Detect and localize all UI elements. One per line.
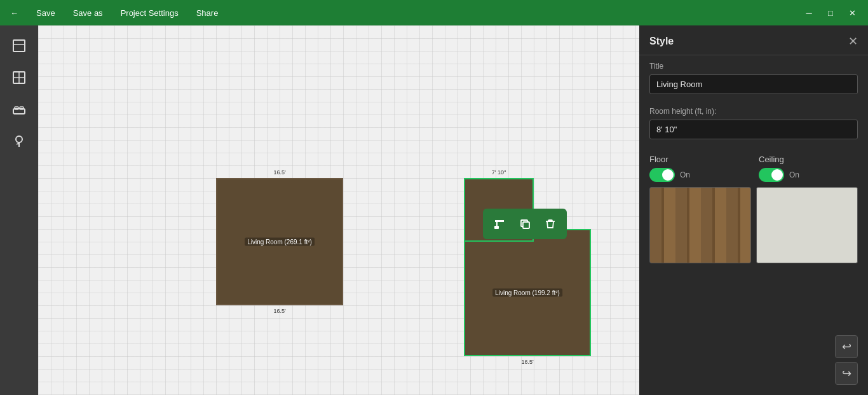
floor-item: Floor On bbox=[649, 155, 749, 182]
ceiling-toggle-text: On bbox=[789, 170, 799, 179]
floor-toggle-text: On bbox=[680, 170, 690, 179]
title-section: Title bbox=[639, 55, 868, 100]
svg-rect-0 bbox=[13, 40, 25, 52]
panel-header: Style ✕ bbox=[639, 25, 868, 55]
room-height-input[interactable] bbox=[649, 120, 858, 139]
ceiling-item: Ceiling On bbox=[759, 155, 858, 182]
room1-measure-top: 16.5' bbox=[273, 169, 285, 176]
main-area: Living Room (269.1 ft²) 16.5' 16.5' Livi… bbox=[0, 25, 868, 395]
copy-button[interactable] bbox=[513, 212, 536, 235]
floating-toolbar bbox=[483, 209, 567, 239]
plant-tool-button[interactable] bbox=[5, 127, 33, 155]
left-toolbar bbox=[0, 25, 38, 395]
window-close-button[interactable]: ✕ bbox=[843, 3, 862, 22]
room-1[interactable]: Living Room (269.1 ft²) 16.5' 16.5' bbox=[216, 178, 343, 305]
redo-button[interactable]: ↪ bbox=[835, 362, 858, 385]
room2-measure-top: 7' 10" bbox=[492, 169, 506, 176]
title-bar: ← Save Save as Project Settings Share ─ … bbox=[0, 0, 868, 25]
back-button[interactable]: ← bbox=[6, 6, 22, 20]
window-tool-button[interactable] bbox=[5, 64, 33, 92]
window-controls: ─ □ ✕ bbox=[799, 3, 862, 22]
svg-point-8 bbox=[16, 136, 22, 142]
panel-close-button[interactable]: ✕ bbox=[848, 34, 858, 48]
delete-button[interactable] bbox=[539, 212, 562, 235]
ceiling-label: Ceiling bbox=[759, 155, 858, 164]
room-tool-button[interactable] bbox=[5, 32, 33, 60]
svg-rect-14 bbox=[523, 222, 529, 228]
room-height-label: Room height (ft, in): bbox=[649, 107, 858, 116]
floor-ceiling-row: Floor On Ceiling On bbox=[649, 155, 858, 182]
title-input[interactable] bbox=[649, 74, 858, 94]
paint-button[interactable] bbox=[488, 212, 511, 235]
project-settings-button[interactable]: Project Settings bbox=[117, 6, 182, 20]
room1-measure-bottom: 16.5' bbox=[273, 308, 285, 314]
floor-toggle[interactable] bbox=[649, 168, 675, 182]
undo-redo-buttons: ↩ ↪ bbox=[835, 335, 858, 385]
room2-label: Living Room (199.2 ft²) bbox=[492, 289, 562, 297]
ceiling-toggle-row: On bbox=[759, 168, 858, 182]
furniture-tool-button[interactable] bbox=[5, 95, 33, 123]
minimize-button[interactable]: ─ bbox=[799, 3, 818, 22]
save-button[interactable]: Save bbox=[32, 6, 59, 20]
canvas-area[interactable]: Living Room (269.1 ft²) 16.5' 16.5' Livi… bbox=[38, 25, 639, 395]
floor-ceiling-section: Floor On Ceiling On bbox=[639, 146, 868, 270]
share-button[interactable]: Share bbox=[193, 6, 222, 20]
right-panel: Style ✕ Title Room height (ft, in): Floo… bbox=[639, 25, 868, 395]
room-height-section: Room height (ft, in): bbox=[639, 100, 868, 146]
ceiling-toggle[interactable] bbox=[759, 168, 784, 182]
room-2-bottom[interactable]: Living Room (199.2 ft²) 16.5' bbox=[464, 229, 591, 356]
floor-label: Floor bbox=[649, 155, 749, 164]
ceiling-texture[interactable] bbox=[756, 187, 858, 263]
panel-title: Style bbox=[649, 36, 674, 47]
floor-texture[interactable] bbox=[649, 187, 751, 263]
room2-measure-bottom: 16.5' bbox=[521, 359, 533, 365]
title-field-label: Title bbox=[649, 62, 858, 71]
texture-row bbox=[649, 187, 858, 263]
save-as-button[interactable]: Save as bbox=[69, 6, 107, 20]
floor-toggle-row: On bbox=[649, 168, 749, 182]
maximize-button[interactable]: □ bbox=[821, 3, 840, 22]
undo-button[interactable]: ↩ bbox=[835, 335, 858, 358]
room1-label: Living Room (269.1 ft²) bbox=[245, 238, 315, 246]
